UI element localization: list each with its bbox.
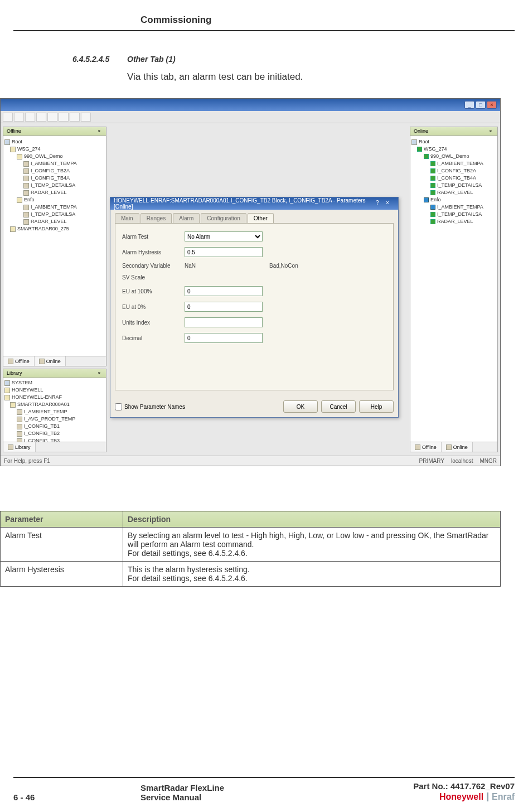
section-number: 6.4.5.2.4.5: [72, 55, 109, 64]
tab-main[interactable]: Main: [115, 213, 139, 223]
header-rule: [13, 30, 515, 31]
tree-node-label: I_AMBIENT_TEMPA: [31, 160, 77, 167]
help-button[interactable]: Help: [359, 400, 394, 413]
status-icon: [430, 161, 435, 166]
tab-library[interactable]: Library: [3, 442, 36, 452]
eu-0-input[interactable]: [185, 302, 263, 312]
dialog-close-icon[interactable]: ×: [386, 200, 395, 207]
online-icon: [39, 359, 45, 364]
tree-node-label: I_AMBIENT_TEMP: [24, 408, 67, 415]
tag-icon: [23, 190, 29, 196]
online-panel: Online × Root WSG_274 990_OWL_Demo I_AMB…: [410, 127, 498, 452]
panel-close-icon[interactable]: ×: [96, 128, 103, 134]
tree-node-label: I_CONFIG_TB2: [24, 430, 60, 437]
tag-icon: [23, 168, 29, 174]
alarm-hysteresis-input[interactable]: [185, 247, 263, 257]
decimal-label: Decimal: [122, 335, 178, 341]
toolbar-button[interactable]: [25, 113, 35, 122]
tag-icon: [23, 161, 29, 167]
param-name: Alarm Hysteresis: [1, 562, 123, 587]
online-panel-title: Online: [414, 128, 428, 134]
app-toolbar: [1, 111, 500, 123]
tab-label: Library: [15, 444, 31, 450]
decimal-input[interactable]: [185, 333, 263, 343]
units-index-select[interactable]: [185, 317, 263, 327]
tab-ranges[interactable]: Ranges: [141, 213, 172, 223]
page-number: 6 - 46: [13, 792, 141, 802]
toolbar-button[interactable]: [36, 113, 46, 122]
tree-node-label: SMARTRADAR00_275: [17, 225, 69, 233]
maximize-icon[interactable]: □: [476, 101, 486, 109]
dialog-help-icon[interactable]: ?: [376, 200, 385, 207]
tab-other[interactable]: Other: [248, 213, 274, 223]
param-desc: This is the alarm hysteresis setting. Fo…: [123, 562, 501, 587]
folder-icon: [4, 395, 10, 400]
tab-offline[interactable]: Offline: [3, 356, 35, 366]
param-desc: By selecting an alarm level to test - Hi…: [123, 528, 501, 562]
ok-button[interactable]: OK: [283, 400, 318, 413]
alarm-test-select[interactable]: No Alarm: [185, 231, 263, 241]
panel-close-icon[interactable]: ×: [96, 370, 103, 376]
tag-icon: [17, 417, 22, 422]
tab-offline[interactable]: Offline: [410, 442, 442, 452]
status-icon: [430, 176, 435, 181]
tree-node-label: SYSTEM: [12, 379, 32, 386]
tree-node-label: I_AMBIENT_TEMPA: [437, 204, 483, 211]
toolbar-button[interactable]: [70, 113, 80, 122]
show-param-names-input[interactable]: [115, 403, 122, 410]
close-icon[interactable]: ×: [487, 101, 497, 109]
status-icon: [430, 190, 435, 195]
eu-100-label: EU at 100%: [122, 288, 178, 294]
status-icon: [430, 183, 435, 188]
tree-node-label: Enfo: [24, 196, 35, 204]
tab-online[interactable]: Online: [442, 442, 473, 452]
tab-configuration[interactable]: Configuration: [201, 213, 246, 223]
toolbar-button[interactable]: [81, 113, 91, 122]
tree-node-label: RADAR_LEVEL: [437, 189, 473, 196]
enraf-logo: Enraf: [492, 792, 515, 802]
offline-panel-header: Offline ×: [3, 127, 106, 136]
logo-divider: [487, 792, 488, 801]
cancel-button[interactable]: Cancel: [321, 400, 356, 413]
statusbar-user: MNGR: [479, 458, 497, 464]
tree-node-label: HONEYWELL: [12, 386, 43, 394]
part-number: Part No.: 4417.762_Rev07: [413, 781, 515, 791]
table-row: Alarm Test By selecting an alarm level t…: [1, 528, 501, 562]
toolbar-button[interactable]: [3, 113, 13, 122]
tab-label: Online: [453, 444, 468, 450]
tag-icon: [23, 219, 29, 225]
statusbar-host: localhost: [451, 458, 473, 464]
status-icon: [430, 168, 435, 173]
tab-label: Offline: [422, 444, 437, 450]
tab-alarm[interactable]: Alarm: [173, 213, 200, 223]
status-icon: [430, 205, 435, 210]
eu-100-input[interactable]: [185, 286, 263, 296]
tab-label: Online: [46, 359, 61, 364]
offline-icon: [8, 359, 13, 364]
statusbar-mode: PRIMARY: [419, 458, 444, 464]
tab-online[interactable]: Online: [35, 356, 66, 366]
library-tree[interactable]: SYSTEM HONEYWELL HONEYWELL-ENRAF SMARTRA…: [3, 378, 106, 452]
tree-node-label: I_TEMP_DETAILSA: [31, 182, 75, 189]
table-row: Alarm Hysteresis This is the alarm hyste…: [1, 562, 501, 587]
tree-node-label: I_TEMP_DETAILSA: [31, 211, 75, 218]
alarm-test-label: Alarm Test: [122, 234, 178, 240]
eu-0-label: EU at 0%: [122, 304, 178, 310]
folder-icon: [4, 380, 10, 386]
parameter-table: Parameter Description Alarm Test By sele…: [0, 511, 501, 587]
online-tree[interactable]: Root WSG_274 990_OWL_Demo I_AMBIENT_TEMP…: [410, 136, 497, 228]
tree-node-label: RADAR_LEVEL: [31, 218, 67, 225]
dialog-body: Alarm Test No Alarm Alarm Hystresis Seco…: [115, 223, 394, 390]
tree-node-label: HONEYWELL-ENRAF: [12, 394, 62, 401]
manual-title-2: Service Manual: [141, 792, 413, 802]
toolbar-button[interactable]: [14, 113, 24, 122]
minimize-icon[interactable]: _: [464, 101, 474, 109]
offline-tree[interactable]: Root WSG_274 990_OWL_Demo I_AMBIENT_TEMP…: [3, 136, 106, 235]
tree-node-label: WSG_274: [424, 146, 447, 153]
app-statusbar: For Help, press F1 PRIMARY localhost MNG…: [1, 456, 500, 466]
panel-close-icon[interactable]: ×: [487, 128, 494, 134]
toolbar-button[interactable]: [47, 113, 57, 122]
toolbar-button[interactable]: [59, 113, 69, 122]
show-param-names-checkbox[interactable]: Show Parameter Names: [115, 403, 185, 410]
honeywell-logo: Honeywell: [439, 792, 483, 802]
